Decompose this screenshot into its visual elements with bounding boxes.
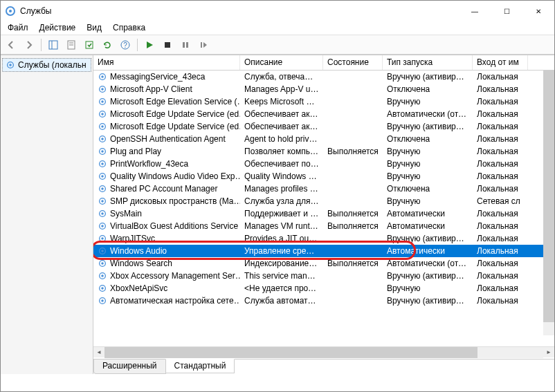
- scroll-right-icon[interactable]: ►: [543, 347, 554, 358]
- svg-point-29: [101, 150, 104, 153]
- column-header-description[interactable]: Описание: [240, 55, 323, 70]
- scrollbar-thumb[interactable]: [104, 347, 477, 358]
- cell-startup: Отключена: [383, 84, 473, 95]
- column-header-state[interactable]: Состояние: [323, 55, 383, 70]
- table-row[interactable]: Microsoft Edge Update Service (ed…Обеспе…: [93, 108, 554, 120]
- stop-service-button[interactable]: [160, 37, 175, 53]
- cell-state: [323, 101, 383, 102]
- svg-point-49: [101, 274, 104, 277]
- table-row[interactable]: MessagingService_43ecaСлужба, отвечаю…Вр…: [93, 71, 554, 83]
- svg-rect-2: [49, 41, 57, 49]
- show-hide-tree-button[interactable]: [46, 37, 61, 53]
- column-header-startup[interactable]: Тип запуска: [383, 55, 473, 70]
- service-name: OpenSSH Authentication Agent: [110, 134, 226, 144]
- gear-icon: [6, 60, 15, 70]
- table-row[interactable]: OpenSSH Authentication AgentAgent to hol…: [93, 133, 554, 145]
- table-row[interactable]: SMP дисковых пространств (Ma…Служба узла…: [93, 195, 554, 207]
- svg-point-51: [101, 287, 104, 290]
- cell-state: [323, 163, 383, 165]
- table-row[interactable]: PrintWorkflow_43ecaОбеспечивает по…Вручн…: [93, 158, 554, 170]
- start-service-button[interactable]: [142, 37, 157, 53]
- column-header-name[interactable]: Имя: [93, 55, 240, 70]
- table-row[interactable]: Windows SearchИндексирование …Выполняетс…: [93, 257, 554, 270]
- cell-description: Служба узла для …: [240, 196, 323, 207]
- horizontal-scrollbar[interactable]: ◄ ►: [93, 346, 554, 357]
- table-row[interactable]: Quality Windows Audio Video Exp…Quality …: [93, 170, 554, 183]
- table-row[interactable]: Microsoft App-V ClientManages App-V us…О…: [93, 83, 554, 95]
- table-row[interactable]: Microsoft Edge Update Service (ed…Обеспе…: [93, 120, 554, 133]
- service-name: Microsoft Edge Update Service (ed…: [110, 122, 240, 131]
- table-row[interactable]: Xbox Accessory Management Ser…This servi…: [93, 270, 554, 282]
- table-row[interactable]: SysMainПоддерживает и у…ВыполняетсяАвтом…: [93, 207, 554, 220]
- cell-logon: Локальная: [473, 245, 528, 256]
- table-row[interactable]: Windows AudioУправление средс…Автоматиче…: [93, 245, 554, 257]
- vertical-scrollbar[interactable]: [543, 71, 554, 335]
- maximize-button[interactable]: ☐: [491, 1, 522, 21]
- close-button[interactable]: ✕: [522, 1, 554, 21]
- cell-state: [323, 113, 383, 115]
- tree-node-services-local[interactable]: Службы (локальн: [2, 58, 91, 72]
- cell-name: MessagingService_43eca: [93, 71, 240, 82]
- cell-logon: Локальная: [473, 208, 528, 219]
- menu-file[interactable]: Файл: [2, 21, 34, 35]
- cell-logon: Локальная: [473, 121, 528, 132]
- cell-state: [323, 300, 383, 301]
- scroll-left-icon[interactable]: ◄: [93, 347, 104, 358]
- svg-point-23: [101, 113, 104, 115]
- pause-service-button[interactable]: [178, 37, 193, 53]
- table-row[interactable]: VirtualBox Guest Additions ServiceManage…: [93, 220, 554, 232]
- restart-service-button[interactable]: [196, 37, 211, 53]
- service-name: SysMain: [110, 209, 142, 218]
- minimize-button[interactable]: —: [459, 1, 491, 21]
- table-row[interactable]: Microsoft Edge Elevation Service (…Keeps…: [93, 95, 554, 108]
- nav-back-button[interactable]: [3, 37, 19, 53]
- export-button[interactable]: [82, 37, 97, 53]
- cell-name: XboxNetApiSvc: [93, 283, 240, 294]
- cell-name: Plug and Play: [93, 146, 240, 157]
- table-row[interactable]: Plug and PlayПозволяет компь…Выполняется…: [93, 145, 554, 158]
- tab-extended[interactable]: Расширенный: [93, 360, 166, 374]
- toolbar: ?: [1, 35, 554, 55]
- scrollbar-thumb[interactable]: [543, 71, 554, 322]
- cell-startup: Автоматически (отл…: [383, 109, 473, 120]
- menu-action[interactable]: Действие: [34, 21, 82, 35]
- view-tabs: Расширенный Стандартный: [93, 359, 554, 374]
- gear-icon: [98, 171, 107, 181]
- cell-startup: Вручную: [383, 196, 473, 207]
- cell-logon: Локальная: [473, 270, 528, 281]
- cell-description: Quality Windows …: [240, 171, 323, 182]
- cell-logon: Локальная: [473, 109, 528, 120]
- nav-forward-button[interactable]: [21, 37, 37, 53]
- table-row[interactable]: Автоматическая настройка сете…Служба авт…: [93, 295, 554, 307]
- cell-name: SMP дисковых пространств (Ma…: [93, 196, 240, 207]
- service-name: Windows Search: [110, 259, 172, 268]
- properties-button[interactable]: [64, 37, 79, 53]
- cell-description: Служба автомати…: [240, 295, 323, 306]
- cell-description: This service manag…: [240, 270, 323, 281]
- cell-name: PrintWorkflow_43eca: [93, 158, 240, 169]
- window-title: Службы: [20, 6, 459, 16]
- menu-help[interactable]: Справка: [107, 21, 151, 35]
- cell-logon: Локальная: [473, 96, 528, 107]
- cell-startup: Вручную (активиро…: [383, 295, 473, 306]
- svg-point-19: [101, 88, 104, 91]
- cell-state: [323, 76, 383, 77]
- menu-view[interactable]: Вид: [81, 21, 107, 35]
- column-header-logon[interactable]: Вход от им: [473, 55, 528, 70]
- refresh-button[interactable]: [100, 37, 115, 53]
- table-row[interactable]: WarpJITSvcProvides a JIT out …Вручную (а…: [93, 232, 554, 245]
- cell-name: Shared PC Account Manager: [93, 183, 240, 194]
- svg-rect-13: [201, 42, 202, 48]
- cell-startup: Вручную (активиро…: [383, 71, 473, 82]
- table-row[interactable]: XboxNetApiSvc<Не удается проч…ВручнуюЛок…: [93, 282, 554, 295]
- gear-icon: [98, 84, 107, 94]
- cell-name: Windows Search: [93, 258, 240, 269]
- svg-point-33: [101, 175, 104, 178]
- tab-standard[interactable]: Стандартный: [165, 359, 235, 373]
- cell-startup: Вручную: [383, 283, 473, 294]
- cell-startup: Вручную: [383, 146, 473, 157]
- svg-point-31: [101, 162, 104, 165]
- table-row[interactable]: Shared PC Account ManagerManages profile…: [93, 183, 554, 195]
- help-button[interactable]: ?: [118, 37, 133, 53]
- cell-startup: Вручную: [383, 96, 473, 107]
